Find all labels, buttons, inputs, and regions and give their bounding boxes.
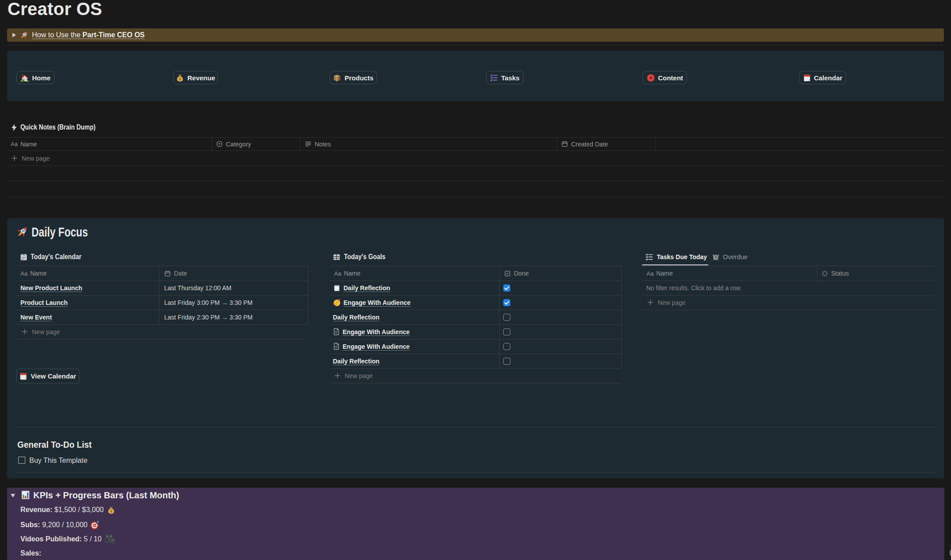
svg-text:$: $ — [179, 76, 181, 81]
svg-text:$: $ — [110, 509, 112, 513]
